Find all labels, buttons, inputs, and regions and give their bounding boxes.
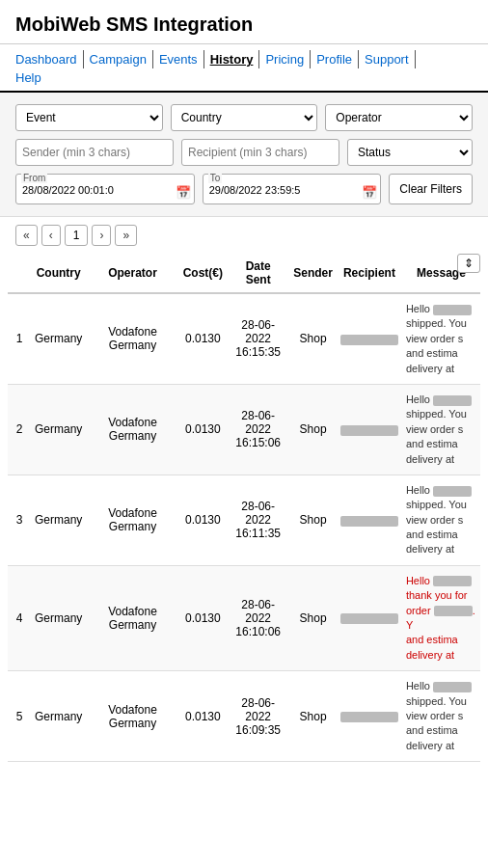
cell-country: Germany — [31, 384, 86, 475]
cell-date: 28-06-202216:15:06 — [227, 384, 289, 475]
current-page: 1 — [65, 225, 89, 246]
cell-sender: Shop — [289, 384, 337, 475]
cell-num: 2 — [8, 384, 31, 475]
filters-section: Event Country Operator Status From 📅 To … — [0, 93, 488, 217]
nav-help[interactable]: Help — [15, 68, 473, 87]
cell-country: Germany — [31, 475, 86, 565]
cell-country: Germany — [31, 671, 86, 762]
table-row: 2 Germany Vodafone Germany 0.0130 28-06-… — [8, 384, 480, 475]
nav-support[interactable]: Support — [359, 50, 416, 68]
col-num — [8, 254, 31, 293]
header: MobiWeb SMS Integration — [0, 0, 488, 44]
nav-dashboard[interactable]: Dashboard — [15, 50, 84, 68]
nav-profile[interactable]: Profile — [311, 50, 359, 68]
clear-filters-button[interactable]: Clear Filters — [389, 174, 473, 204]
from-calendar-icon[interactable]: 📅 — [176, 185, 191, 200]
cell-num: 3 — [8, 475, 31, 565]
table-row: 3 Germany Vodafone Germany 0.0130 28-06-… — [8, 475, 480, 565]
history-table: Country Operator Cost(€) DateSent Sender… — [8, 254, 480, 762]
nav: Dashboard Campaign Events History Pricin… — [0, 44, 488, 93]
pagination: « ‹ 1 › » — [0, 217, 488, 254]
filter-row-2: Status — [15, 139, 473, 166]
cell-recipient — [337, 384, 402, 475]
col-date-sent: DateSent — [227, 254, 289, 293]
event-select[interactable]: Event — [15, 104, 163, 131]
nav-campaign[interactable]: Campaign — [84, 50, 153, 68]
table-container: ⇕ Country Operator Cost(€) DateSent Send… — [0, 254, 488, 762]
cell-sender: Shop — [289, 565, 337, 670]
cell-recipient — [337, 671, 402, 762]
prev-page-button[interactable]: ‹ — [41, 225, 61, 246]
cell-message: Hello shipped. Youview order sand estima… — [402, 293, 480, 384]
col-sender: Sender — [289, 254, 337, 293]
col-cost: Cost(€) — [179, 254, 227, 293]
cell-sender: Shop — [289, 475, 337, 565]
recipient-input[interactable] — [181, 139, 339, 166]
col-recipient: Recipient — [337, 254, 402, 293]
nav-events[interactable]: Events — [153, 50, 204, 68]
from-date-field: From 📅 — [15, 174, 195, 204]
cell-message: Hello thank you fororder . Yand estimade… — [402, 565, 480, 670]
first-page-button[interactable]: « — [15, 225, 38, 246]
to-calendar-icon[interactable]: 📅 — [362, 185, 377, 200]
cell-sender: Shop — [289, 671, 337, 762]
cell-recipient — [337, 293, 402, 384]
cell-date: 28-06-202216:11:35 — [227, 475, 289, 565]
filter-row-1: Event Country Operator — [15, 104, 473, 131]
to-date-input[interactable] — [203, 174, 382, 204]
cell-operator: Vodafone Germany — [86, 384, 178, 475]
col-country: Country — [31, 254, 86, 293]
filter-row-date: From 📅 To 📅 Clear Filters — [15, 174, 473, 204]
cell-date: 28-06-202216:09:35 — [227, 671, 289, 762]
nav-pricing[interactable]: Pricing — [259, 50, 311, 68]
from-label: From — [21, 173, 47, 183]
sender-input[interactable] — [15, 139, 174, 166]
cell-message: Hello shipped. Youview order sand estima… — [402, 671, 480, 762]
cell-cost: 0.0130 — [179, 565, 227, 670]
cell-recipient — [337, 475, 402, 565]
page-title: MobiWeb SMS Integration — [15, 14, 473, 36]
table-row: 1 Germany Vodafone Germany 0.0130 28-06-… — [8, 293, 480, 384]
cell-operator: Vodafone Germany — [86, 475, 178, 565]
cell-country: Germany — [31, 293, 86, 384]
to-date-field: To 📅 — [203, 174, 382, 204]
cell-cost: 0.0130 — [179, 384, 227, 475]
next-page-button[interactable]: › — [92, 225, 111, 246]
cell-num: 4 — [8, 565, 31, 670]
cell-message: Hello shipped. Youview order sand estima… — [402, 384, 480, 475]
table-row: 5 Germany Vodafone Germany 0.0130 28-06-… — [8, 671, 480, 762]
country-select[interactable]: Country — [171, 104, 318, 131]
nav-history[interactable]: History — [204, 50, 260, 68]
cell-country: Germany — [31, 565, 86, 670]
operator-select[interactable]: Operator — [325, 104, 473, 131]
cell-sender: Shop — [289, 293, 337, 384]
cell-operator: Vodafone Germany — [86, 293, 178, 384]
cell-operator: Vodafone Germany — [86, 565, 178, 670]
cell-cost: 0.0130 — [179, 671, 227, 762]
cell-cost: 0.0130 — [179, 475, 227, 565]
cell-num: 1 — [8, 293, 31, 384]
cell-date: 28-06-202216:15:35 — [227, 293, 289, 384]
table-row: 4 Germany Vodafone Germany 0.0130 28-06-… — [8, 565, 480, 670]
status-select[interactable]: Status — [347, 139, 473, 166]
expand-columns-button[interactable]: ⇕ — [457, 254, 480, 273]
cell-operator: Vodafone Germany — [86, 671, 178, 762]
to-label: To — [208, 173, 223, 183]
cell-num: 5 — [8, 671, 31, 762]
cell-recipient — [337, 565, 402, 670]
table-header-row: Country Operator Cost(€) DateSent Sender… — [8, 254, 480, 293]
cell-cost: 0.0130 — [179, 293, 227, 384]
cell-message: Hello shipped. Youview order sand estima… — [402, 475, 480, 565]
cell-date: 28-06-202216:10:06 — [227, 565, 289, 670]
last-page-button[interactable]: » — [115, 225, 137, 246]
col-operator: Operator — [86, 254, 178, 293]
